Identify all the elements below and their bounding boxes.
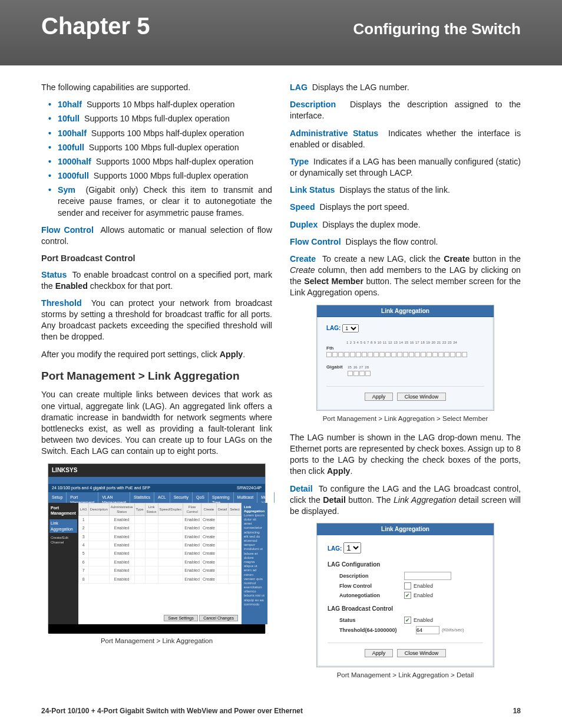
- lag-selector: LAG: 1: [326, 324, 484, 332]
- cap-term: 100half: [58, 129, 87, 138]
- port-checkbox[interactable]: [353, 371, 359, 376]
- def-para: Duplex Displays the duplex mode.: [290, 219, 521, 230]
- port-checkbox[interactable]: [385, 352, 391, 357]
- cancel-button[interactable]: Cancel Changes: [199, 615, 238, 621]
- status-checkbox[interactable]: ✔: [404, 617, 411, 624]
- subhead-port-broadcast: Port Broadcast Control: [41, 253, 272, 265]
- port-checkbox[interactable]: [391, 352, 396, 357]
- tab[interactable]: Multicast: [234, 492, 258, 503]
- cap-term: 10full: [58, 114, 80, 123]
- help-panel: Link Aggregation Lorem ipsum dolor sit a…: [242, 503, 267, 624]
- intro-text: The following capabilities are supported…: [41, 82, 272, 93]
- sidebar-item[interactable]: Link Aggregation: [49, 519, 77, 533]
- port-checkbox[interactable]: [462, 352, 467, 357]
- apply-button[interactable]: Apply: [365, 393, 394, 401]
- right-column: LAG Displays the LAG number. Description…: [290, 82, 521, 689]
- port-checkbox[interactable]: [350, 352, 355, 357]
- term: Threshold: [41, 298, 82, 308]
- port-checkbox[interactable]: [344, 352, 349, 357]
- port-checkbox[interactable]: [444, 352, 449, 357]
- group-lag-broadcast: LAG Broadcast Control: [328, 605, 483, 613]
- port-checkbox[interactable]: [415, 352, 420, 357]
- tab-bar: Setup Port Management VLAN Management St…: [48, 492, 265, 503]
- lag-dropdown[interactable]: 1: [342, 324, 359, 332]
- apply-line: After you modify the required port setti…: [41, 349, 272, 360]
- port-checkbox[interactable]: [427, 352, 432, 357]
- main-panel: LAGDescriptionAdministrative StatusTypeL…: [78, 503, 242, 624]
- port-checkbox[interactable]: [432, 352, 438, 357]
- cap-desc: Supports 100 Mbps half-duplex operation: [91, 129, 244, 138]
- cap-desc: Supports 1000 Mbps full-duplex operation: [94, 171, 249, 180]
- port-checkbox[interactable]: [365, 371, 371, 376]
- save-button[interactable]: Save Settings: [164, 615, 197, 621]
- apply-button[interactable]: Apply: [365, 649, 394, 657]
- port-checkbox[interactable]: [326, 352, 332, 357]
- detail-para: Detail To configure the LAG and the LAG …: [290, 483, 521, 518]
- sidebar-subitem[interactable]: Create/Edit Channel: [51, 534, 76, 546]
- table-row: 1EnabledEnabledCreate: [78, 515, 241, 523]
- figure-caption: Port Management > Link Aggregation > Sel…: [290, 414, 521, 424]
- section-title: Configuring the Switch: [353, 20, 521, 38]
- port-checkbox[interactable]: [397, 352, 402, 357]
- def-para: Description Displays the description ass…: [290, 99, 521, 121]
- tab[interactable]: More >>: [257, 492, 275, 503]
- tab[interactable]: Spanning Tree: [209, 492, 234, 503]
- list-item: 1000full Supports 1000 Mbps full-duplex …: [58, 170, 272, 182]
- port-checkbox[interactable]: [356, 352, 361, 357]
- dialog-title: Link Aggregation: [317, 305, 494, 318]
- figure-caption: Port Management > Link Aggregation > Det…: [290, 671, 521, 680]
- port-checkbox[interactable]: [338, 352, 343, 357]
- cap-desc: Supports 10 Mbps full-duplex operation: [84, 114, 230, 123]
- port-checkbox[interactable]: [403, 352, 408, 357]
- flowcontrol-checkbox[interactable]: [404, 582, 411, 589]
- def-para: LAG Displays the LAG number.: [290, 82, 521, 93]
- tab[interactable]: Security: [170, 492, 193, 503]
- cap-desc: (Gigabit only) Check this item to transm…: [58, 185, 272, 217]
- group-lag-config: LAG Configuration: [328, 561, 483, 569]
- list-item: 100full Supports 100 Mbps full-duplex op…: [58, 142, 272, 153]
- port-checkbox[interactable]: [348, 371, 353, 376]
- def-para: Administrative Status Indicates whether …: [290, 128, 521, 150]
- description-input[interactable]: [404, 572, 451, 580]
- port-checkbox[interactable]: [456, 352, 461, 357]
- tab[interactable]: ACL: [154, 492, 170, 503]
- capabilities-list: 10half Supports 10 Mbps half-duplex oper…: [41, 99, 272, 219]
- tab[interactable]: Statistics: [130, 492, 154, 503]
- page-body: The following capabilities are supported…: [0, 65, 562, 689]
- port-checkbox[interactable]: [409, 352, 414, 357]
- port-checkbox[interactable]: [450, 352, 455, 357]
- section-text: You can create multiple links between de…: [41, 389, 272, 457]
- def-para: Flow Control Displays the flow control.: [290, 236, 521, 248]
- figure-select-member: Link Aggregation LAG: 1 1234567891011121…: [316, 305, 494, 411]
- lagnum-para: The LAG number is shown in the LAG drop-…: [290, 432, 521, 477]
- port-checkbox[interactable]: [379, 352, 385, 357]
- threshold-input[interactable]: [416, 626, 439, 634]
- tab[interactable]: Port Management: [67, 492, 98, 503]
- lag-dropdown[interactable]: 1: [343, 542, 361, 554]
- left-column: The following capabilities are supported…: [41, 82, 272, 689]
- table-row: 6EnabledEnabledCreate: [78, 558, 241, 566]
- port-checkbox[interactable]: [359, 371, 365, 376]
- port-checkbox[interactable]: [438, 352, 444, 357]
- port-checkbox[interactable]: [368, 352, 373, 357]
- cap-desc: Supports 100 Mbps full-duplex operation: [89, 143, 239, 152]
- port-checkbox[interactable]: [332, 352, 338, 357]
- page-header: Chapter 5 Configuring the Switch: [0, 0, 562, 65]
- port-checkbox[interactable]: [362, 352, 367, 357]
- tab[interactable]: VLAN Management: [98, 492, 130, 503]
- autoneg-checkbox[interactable]: ✔: [404, 592, 411, 599]
- port-checkbox[interactable]: [421, 352, 426, 357]
- page-footer: 24-Port 10/100 + 4-Port Gigabit Switch w…: [41, 707, 521, 715]
- threshold-para: Threshold You can protect your network f…: [41, 298, 272, 343]
- list-item: 10half Supports 10 Mbps half-duplex oper…: [58, 99, 272, 110]
- figure-caption: Port Management > Link Aggregation: [41, 637, 272, 646]
- cap-term: 1000half: [58, 157, 91, 166]
- product-name: 24-Port 10/100 + 4-Port Gigabit Switch w…: [41, 707, 303, 715]
- tab[interactable]: QoS: [193, 492, 209, 503]
- cap-desc: Supports 1000 Mbps half-duplex operation: [96, 157, 253, 166]
- tab[interactable]: Setup: [48, 492, 67, 503]
- close-button[interactable]: Close Window: [397, 393, 447, 401]
- table-row: 7EnabledEnabledCreate: [78, 566, 241, 575]
- close-button[interactable]: Close Window: [397, 649, 447, 657]
- port-checkbox[interactable]: [373, 352, 379, 357]
